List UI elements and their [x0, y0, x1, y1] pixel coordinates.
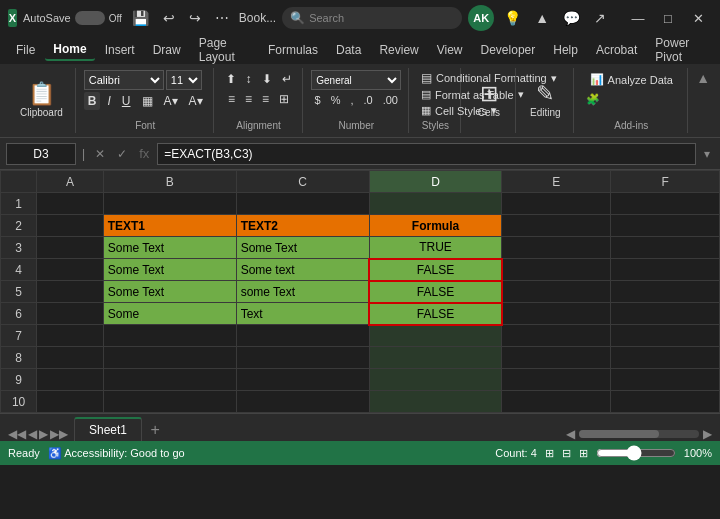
comments-icon[interactable]: 💬 — [559, 8, 584, 28]
cell-d1[interactable] — [369, 193, 502, 215]
cell-d2[interactable]: Formula — [369, 215, 502, 237]
font-family-select[interactable]: Calibri — [84, 70, 164, 90]
cell-b10[interactable] — [103, 391, 236, 413]
formula-input[interactable]: =EXACT(B3,C3) — [157, 143, 696, 165]
menu-view[interactable]: View — [429, 40, 471, 60]
col-header-e[interactable]: E — [502, 171, 611, 193]
cell-b1[interactable] — [103, 193, 236, 215]
col-header-f[interactable]: F — [611, 171, 720, 193]
menu-formulas[interactable]: Formulas — [260, 40, 326, 60]
align-center-button[interactable]: ≡ — [241, 90, 256, 108]
cell-e8[interactable] — [502, 347, 611, 369]
menu-draw[interactable]: Draw — [145, 40, 189, 60]
cell-f7[interactable] — [611, 325, 720, 347]
cell-b6[interactable]: Some — [103, 303, 236, 325]
align-bottom-button[interactable]: ⬇ — [258, 70, 276, 88]
cell-a6[interactable] — [37, 303, 103, 325]
col-header-b[interactable]: B — [103, 171, 236, 193]
decrease-decimal-button[interactable]: .0 — [360, 92, 377, 108]
clipboard-button[interactable]: 📋 Clipboard — [14, 80, 69, 121]
cell-c9[interactable] — [236, 369, 369, 391]
cell-d10[interactable] — [369, 391, 502, 413]
percent-button[interactable]: % — [327, 92, 345, 108]
cell-d3[interactable]: TRUE — [369, 237, 502, 259]
menu-file[interactable]: File — [8, 40, 43, 60]
analyze-data-button[interactable]: 📊 Analyze Data — [582, 70, 681, 89]
cell-d4[interactable]: FALSE — [369, 259, 502, 281]
cell-a2[interactable] — [37, 215, 103, 237]
font-size-select[interactable]: 11 — [166, 70, 202, 90]
cell-f10[interactable] — [611, 391, 720, 413]
menu-data[interactable]: Data — [328, 40, 369, 60]
menu-help[interactable]: Help — [545, 40, 586, 60]
cell-c5[interactable]: some Text — [236, 281, 369, 303]
zoom-slider[interactable] — [596, 445, 676, 461]
col-header-a[interactable]: A — [37, 171, 103, 193]
cell-b7[interactable] — [103, 325, 236, 347]
cell-f5[interactable] — [611, 281, 720, 303]
currency-button[interactable]: $ — [311, 92, 325, 108]
cell-d8[interactable] — [369, 347, 502, 369]
save-icon[interactable]: 💾 — [128, 8, 153, 28]
merge-button[interactable]: ⊞ — [275, 90, 293, 108]
cell-f4[interactable] — [611, 259, 720, 281]
add-sheet-button[interactable]: + — [144, 419, 166, 441]
cell-e2[interactable] — [502, 215, 611, 237]
sheet-scrollbar[interactable] — [579, 430, 699, 438]
number-format-select[interactable]: General — [311, 70, 401, 90]
cell-b4[interactable]: Some Text — [103, 259, 236, 281]
search-bar[interactable]: 🔍 Search — [282, 7, 462, 29]
cell-a4[interactable] — [37, 259, 103, 281]
sheet-tab-sheet1[interactable]: Sheet1 — [74, 417, 142, 441]
sheet-view-normal-icon[interactable]: ⊞ — [545, 447, 554, 460]
comma-button[interactable]: , — [346, 92, 357, 108]
cell-f1[interactable] — [611, 193, 720, 215]
menu-pagelayout[interactable]: Page Layout — [191, 33, 258, 67]
cell-c7[interactable] — [236, 325, 369, 347]
cell-e1[interactable] — [502, 193, 611, 215]
cell-b5[interactable]: Some Text — [103, 281, 236, 303]
cell-b8[interactable] — [103, 347, 236, 369]
cell-f8[interactable] — [611, 347, 720, 369]
align-left-button[interactable]: ≡ — [224, 90, 239, 108]
cell-e4[interactable] — [502, 259, 611, 281]
cell-c3[interactable]: Some Text — [236, 237, 369, 259]
increase-decimal-button[interactable]: .00 — [379, 92, 402, 108]
cell-d7[interactable] — [369, 325, 502, 347]
menu-insert[interactable]: Insert — [97, 40, 143, 60]
cell-a10[interactable] — [37, 391, 103, 413]
cell-c4[interactable]: Some text — [236, 259, 369, 281]
col-header-d[interactable]: D — [369, 171, 502, 193]
ribbon-collapse-icon[interactable]: ▲ — [531, 8, 553, 28]
help-icon[interactable]: 💡 — [500, 8, 525, 28]
sheet-view-layout-icon[interactable]: ⊟ — [562, 447, 571, 460]
editing-button[interactable]: ✎ Editing — [524, 80, 567, 121]
cell-c6[interactable]: Text — [236, 303, 369, 325]
border-button[interactable]: ▦ — [138, 92, 157, 110]
cell-f3[interactable] — [611, 237, 720, 259]
maximize-button[interactable]: □ — [654, 4, 682, 32]
cell-e3[interactable] — [502, 237, 611, 259]
cell-c1[interactable] — [236, 193, 369, 215]
ribbon-expand-icon[interactable]: ▲ — [696, 70, 710, 86]
cell-a1[interactable] — [37, 193, 103, 215]
addins-button[interactable]: 🧩 — [582, 91, 604, 108]
cell-e9[interactable] — [502, 369, 611, 391]
cell-e10[interactable] — [502, 391, 611, 413]
cell-e7[interactable] — [502, 325, 611, 347]
menu-acrobat[interactable]: Acrobat — [588, 40, 645, 60]
italic-button[interactable]: I — [103, 92, 114, 110]
menu-powerpivot[interactable]: Power Pivot — [647, 33, 712, 67]
cell-f6[interactable] — [611, 303, 720, 325]
align-top-button[interactable]: ⬆ — [222, 70, 240, 88]
cell-c10[interactable] — [236, 391, 369, 413]
undo-icon[interactable]: ↩ — [159, 8, 179, 28]
col-header-c[interactable]: C — [236, 171, 369, 193]
more-icon[interactable]: ⋯ — [211, 8, 233, 28]
cell-a8[interactable] — [37, 347, 103, 369]
cell-d9[interactable] — [369, 369, 502, 391]
sheet-scroll-right-icon[interactable]: ▶ — [703, 427, 712, 441]
nav-next-icon[interactable]: ▶ — [39, 427, 48, 441]
cell-f9[interactable] — [611, 369, 720, 391]
cell-d5[interactable]: FALSE — [369, 281, 502, 303]
